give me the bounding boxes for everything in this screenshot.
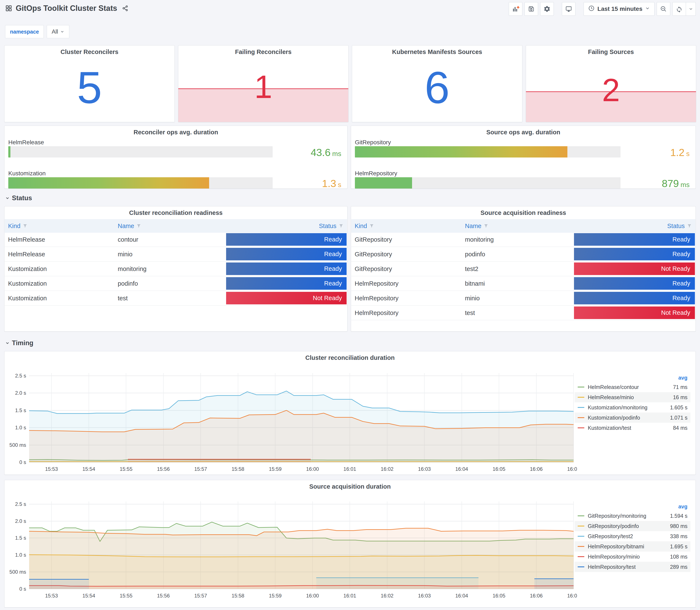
cell-name: podinfo	[465, 247, 485, 261]
legend-item[interactable]: GitRepository/monitoring 1.594 s	[575, 511, 690, 521]
table-row: HelmReleasecontourReady	[5, 233, 347, 247]
panel-title[interactable]: Source acquisition duration	[4, 483, 696, 490]
zoom-out-time-button[interactable]	[657, 2, 670, 16]
series-avg-value: 71 ms	[653, 384, 687, 390]
chart-legend: avg GitRepository/monitoring 1.594 s Git…	[575, 502, 690, 572]
refresh-interval-dropdown[interactable]	[686, 2, 696, 16]
filter-icon[interactable]	[136, 223, 141, 228]
cell-name: monitoring	[118, 262, 146, 276]
legend-item[interactable]: HelmRepository/minio 108 ms	[575, 551, 690, 562]
add-panel-button[interactable]	[509, 2, 522, 16]
chevron-down-icon	[5, 341, 10, 346]
column-header-status[interactable]: Status	[667, 219, 692, 233]
filter-icon[interactable]	[339, 223, 344, 228]
panel-title[interactable]: Source ops avg. duration	[351, 129, 696, 136]
panel-title[interactable]: Cluster reconciliation duration	[4, 354, 696, 361]
x-axis-tick: 16:02	[381, 466, 394, 472]
panel-title[interactable]: Cluster Reconcilers	[4, 48, 175, 55]
series-avg-value: 1.594 s	[653, 513, 687, 519]
dashboard-settings-button[interactable]	[540, 2, 554, 16]
gauge-value: 879ms	[662, 178, 689, 189]
cell-kind: HelmRepository	[355, 277, 398, 291]
panel-title[interactable]: Source acquisition readiness	[351, 209, 696, 216]
stat-value: 1	[178, 70, 348, 103]
stat-value: 5	[4, 65, 175, 110]
series-avg-value: 1.695 s	[653, 544, 687, 550]
legend-item[interactable]: Kustomization/monitoring 1.605 s	[575, 402, 690, 413]
time-series-plot[interactable]: 0 s500 ms1.0 s1.5 s2.0 s2.5 s15:5315:541…	[8, 492, 577, 606]
variable-namespace-value-dropdown[interactable]: All	[47, 25, 69, 38]
x-axis-tick: 16:00	[306, 593, 319, 598]
chart-legend: avg HelmRelease/contour 71 ms HelmReleas…	[575, 373, 690, 433]
column-header-name[interactable]: Name	[465, 219, 489, 233]
series-name: HelmRepository/minio	[588, 554, 653, 560]
filter-icon[interactable]	[484, 223, 489, 228]
table-panel: Cluster reconciliation readinessKindName…	[4, 206, 347, 332]
series-color-swatch	[577, 397, 584, 398]
series-name: HelmRelease/contour	[588, 384, 653, 390]
x-axis-tick: 16:01	[343, 593, 356, 598]
column-header-kind[interactable]: Kind	[355, 219, 374, 233]
panel-title[interactable]: Kubernetes Manifests Sources	[352, 48, 522, 55]
time-range-picker[interactable]: Last 15 minutes	[584, 2, 654, 16]
series-name: Kustomization/podinfo	[588, 415, 653, 421]
x-axis-tick: 16:04	[455, 593, 468, 598]
column-header-name[interactable]: Name	[118, 219, 141, 233]
x-axis-tick: 15:59	[269, 466, 281, 472]
legend-item[interactable]: Kustomization/test 84 ms	[575, 423, 690, 433]
series-avg-value: 1.071 s	[653, 415, 687, 421]
gauge-value-number: 879	[662, 178, 679, 189]
x-axis-tick: 16:00	[306, 466, 319, 472]
filter-icon[interactable]	[22, 223, 28, 228]
table-row: GitRepositorytest2Not Ready	[351, 262, 695, 276]
panel-title[interactable]: Failing Sources	[526, 48, 696, 55]
column-header-status[interactable]: Status	[319, 219, 344, 233]
cell-kind: GitRepository	[355, 247, 392, 261]
stat-panel: Failing Reconcilers1	[178, 45, 348, 122]
series-color-swatch	[577, 536, 584, 537]
status-badge: Ready	[226, 277, 347, 290]
legend-item[interactable]: Kustomization/podinfo 1.071 s	[575, 413, 690, 423]
series-color-swatch	[577, 546, 584, 547]
bar-gauge-panel: Source ops avg. durationGitRepository1.2…	[351, 126, 696, 189]
x-axis-tick: 15:54	[82, 593, 95, 598]
legend-item[interactable]: HelmRepository/bitnami 1.695 s	[575, 541, 690, 551]
panel-title[interactable]: Failing Reconcilers	[178, 48, 348, 55]
series-avg-value: 16 ms	[653, 394, 687, 400]
series-color-swatch	[577, 526, 584, 527]
panel-cluster-reconciliation-duration: Cluster reconciliation duration 0 s500 m…	[4, 351, 696, 475]
section-header-status[interactable]: Status	[5, 194, 32, 202]
panel-title[interactable]: Cluster reconciliation readiness	[4, 209, 347, 216]
series-color-swatch	[577, 387, 584, 387]
chevron-down-icon	[5, 196, 10, 200]
x-axis-tick: 16:06	[530, 466, 542, 472]
legend-item[interactable]: GitRepository/podinfo 980 ms	[575, 521, 690, 531]
save-dashboard-button[interactable]	[524, 2, 538, 16]
legend-avg-header[interactable]: avg	[575, 373, 690, 382]
column-header-kind[interactable]: Kind	[8, 219, 28, 233]
cycle-view-mode-button[interactable]	[562, 2, 575, 16]
share-dashboard-icon[interactable]	[122, 5, 129, 12]
gauge-value-number: 43.6	[311, 147, 330, 158]
x-axis-tick: 16:07	[567, 593, 577, 598]
series-color-swatch	[577, 428, 584, 428]
legend-item[interactable]: GitRepository/test2 338 ms	[575, 531, 690, 541]
status-badge: Not Ready	[226, 292, 347, 304]
table-row: HelmRepositorybitnamiReady	[351, 277, 695, 291]
cell-name: monitoring	[465, 233, 494, 246]
filter-icon[interactable]	[369, 223, 374, 228]
legend-item[interactable]: HelmRelease/minio 16 ms	[575, 392, 690, 402]
legend-item[interactable]: HelmRelease/contour 71 ms	[575, 382, 690, 392]
variable-namespace-label[interactable]: namespace	[5, 25, 44, 38]
refresh-dashboard-button[interactable]	[672, 2, 686, 16]
cell-kind: HelmRepository	[355, 306, 398, 320]
legend-item[interactable]: HelmRepository/test 289 ms	[575, 562, 690, 572]
panel-title[interactable]: Reconciler ops avg. duration	[4, 129, 347, 136]
section-header-timing[interactable]: Timing	[5, 339, 33, 347]
filter-icon[interactable]	[687, 223, 692, 228]
table-row: HelmRepositoryminioReady	[351, 291, 695, 306]
dashboard-grid-icon[interactable]	[5, 5, 12, 12]
legend-avg-header[interactable]: avg	[575, 502, 690, 511]
cell-name: contour	[118, 233, 139, 246]
time-series-plot[interactable]: 0 s500 ms1.0 s1.5 s2.0 s2.5 s15:5315:541…	[8, 363, 577, 472]
